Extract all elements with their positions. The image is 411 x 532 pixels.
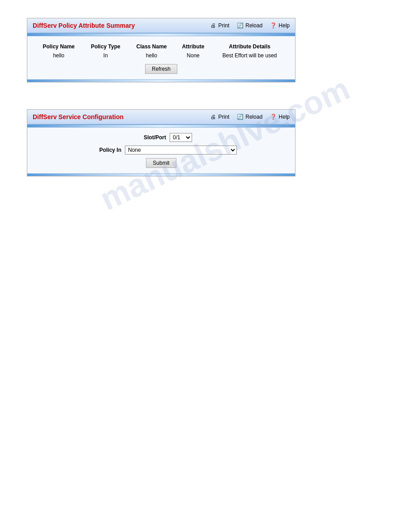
panel1-print-label: Print [218,22,230,29]
panel1-title: DiffServ Policy Attribute Summary [33,22,135,29]
col-header-policy-type: Policy Type [83,42,128,51]
table-cell: Best Effort will be used [211,51,288,60]
panel1-header: DiffServ Policy Attribute Summary 🖨 Prin… [27,18,295,34]
policy-in-row: Policy In None [34,146,288,154]
panel2-header: DiffServ Service Configuration 🖨 Print 🔄… [27,110,295,125]
policy-in-label: Policy In [86,147,121,153]
panel2-print-label: Print [218,114,230,120]
panel2-title: DiffServ Service Configuration [33,113,124,120]
reload-icon: 🔄 [236,22,244,29]
panel2-reload-label: Reload [245,114,262,120]
page-container: manualshlve.com DiffServ Policy Attribut… [0,0,411,532]
print-icon-2: 🖨 [210,113,217,120]
panel1-help-label: Help [278,22,290,29]
table-cell: In [83,51,128,60]
refresh-button[interactable]: Refresh [145,64,177,74]
panel2-blue-bar-bottom [27,173,295,176]
panel2-reload-button[interactable]: 🔄 Reload [236,113,262,120]
table-row: helloInhelloNoneBest Effort will be used [34,51,288,60]
panel1: DiffServ Policy Attribute Summary 🖨 Prin… [27,18,295,82]
slot-port-row: Slot/Port 0/1 [34,133,288,142]
print-icon: 🖨 [210,22,217,29]
col-header-attribute-details: Attribute Details [211,42,288,51]
panel2: DiffServ Service Configuration 🖨 Print 🔄… [27,109,295,176]
refresh-row: Refresh [34,64,288,74]
panel2-content: Slot/Port 0/1 Policy In None Submit [27,128,295,173]
reload-icon-2: 🔄 [236,113,244,120]
panel1-actions: 🖨 Print 🔄 Reload ❓ Help [210,22,290,29]
panel2-help-button[interactable]: ❓ Help [270,113,290,120]
panel2-print-button[interactable]: 🖨 Print [210,113,230,120]
table-cell: hello [128,51,175,60]
panel1-print-button[interactable]: 🖨 Print [210,22,230,29]
panel1-reload-label: Reload [245,22,262,29]
panel1-help-button[interactable]: ❓ Help [270,22,290,29]
panel1-reload-button[interactable]: 🔄 Reload [236,22,262,29]
slot-port-select[interactable]: 0/1 [170,133,192,142]
panel1-content: Policy Name Policy Type Class Name Attri… [27,36,295,79]
panel2-actions: 🖨 Print 🔄 Reload ❓ Help [210,113,290,120]
panel2-help-label: Help [278,114,290,120]
col-header-policy-name: Policy Name [34,42,83,51]
table-cell: hello [34,51,83,60]
col-header-class-name: Class Name [128,42,175,51]
help-icon-2: ❓ [270,113,277,120]
submit-row: Submit [34,158,288,168]
panel1-blue-bar-bottom [27,79,295,82]
col-header-attribute: Attribute [175,42,212,51]
submit-button[interactable]: Submit [146,158,176,168]
slot-port-label: Slot/Port [130,134,166,141]
help-icon: ❓ [270,22,277,29]
policy-in-select[interactable]: None [125,146,237,154]
summary-table: Policy Name Policy Type Class Name Attri… [34,42,288,60]
table-cell: None [175,51,212,60]
